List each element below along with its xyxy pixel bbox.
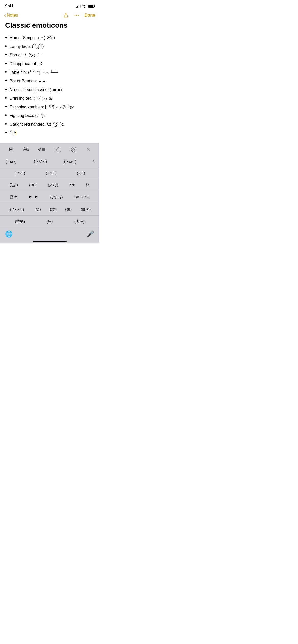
kaomoji-item[interactable]: (／Д`) [46, 182, 60, 188]
list-item: Drinking tea: ( ˘▽˘)っ ♨ [5, 95, 94, 101]
bullet-dot [5, 89, 7, 90]
kaomoji-item[interactable]: (´･ω･) [4, 158, 18, 165]
list-item-text: Disapproval: ಠ_ಠ [10, 61, 44, 67]
markup-icon[interactable] [71, 147, 76, 152]
list-item-text: Escaping zombies: [¬°-°]¬ ~∆(°□°)ᕗ [10, 104, 74, 110]
list-item: Lenny face: ( ͡° ͜ʖ ͡°) [5, 43, 94, 50]
kaomoji-item[interactable]: (苦笑) [13, 218, 26, 225]
back-label: Notes [7, 13, 18, 18]
bullet-dot [5, 114, 7, 116]
svg-point-9 [57, 149, 59, 151]
list-item: ^_^ [5, 130, 94, 136]
kaomoji-item[interactable]: (汗) [45, 218, 54, 225]
home-bar [33, 241, 67, 242]
bullet-dot [5, 54, 7, 55]
kaomoji-item[interactable]: (´Д`) [28, 182, 38, 188]
globe-icon[interactable]: 🌐 [5, 230, 13, 238]
bullet-list: Homer Simpson: ~(_8^(l) Lenny face: ( ͡°… [5, 35, 94, 136]
kaomoji-item[interactable]: (´･ω･`) [63, 158, 78, 165]
kaomoji-item[interactable]: (爆笑) [79, 206, 92, 213]
back-button[interactable]: ‹ Notes [4, 12, 18, 18]
kaomoji-row-2: (･ω･`) (´-ω-`) (´ω`) [0, 167, 99, 179]
kaomoji-item[interactable]: ꒰⌯͒•·̫•⌯͒꒱ [7, 207, 27, 212]
kaomoji-row-1: (´･ω･) (´･∀･`) (´･ω･`) ∧ [0, 156, 99, 167]
list-item: Fighting face: (ง'̀-'́)ง [5, 113, 94, 119]
status-icons [76, 5, 94, 8]
done-button[interactable]: Done [85, 13, 96, 18]
kaomoji-row-6: (苦笑) (汗) (大汗) [0, 216, 99, 228]
list-item-text: Bat or Batman: ▲▲ [10, 78, 46, 84]
kaomoji-item[interactable]: (笑) [33, 206, 43, 213]
keyboard-bottom-row: 🌐 🎤 [0, 228, 99, 239]
kaomoji-item[interactable]: ;:(n´～`n);: [73, 194, 91, 200]
wifi-icon [82, 5, 86, 8]
list-item-text: Caught red handed: ᕦ( ͡° ͜ʖ ͡°)ᕤ [10, 121, 65, 127]
chevron-left-icon: ‹ [4, 12, 6, 18]
kaomoji-item[interactable]: (泣) [48, 206, 58, 213]
kaomoji-item[interactable]: (´ω`) [75, 170, 87, 176]
signal-bars-icon [76, 5, 81, 8]
nav-actions: Done [63, 12, 96, 18]
list-item-text: Lenny face: ( ͡° ͜ʖ ͡°) [10, 43, 44, 50]
bullet-dot [5, 37, 7, 38]
home-indicator [0, 239, 99, 243]
kaomoji-item[interactable]: (c"з,_з) [49, 194, 64, 200]
chevron-up-icon[interactable]: ∧ [92, 159, 95, 164]
list-item: Escaping zombies: [¬°-°]¬ ~∆(°□°)ᕗ [5, 104, 94, 110]
kaomoji-item[interactable]: 囧rz [8, 194, 19, 201]
kaomoji-keyboard: (´･ω･) (´･∀･`) (´･ω･`) ∧ (･ω･`) (´-ω-`) … [0, 156, 99, 243]
keyboard-toolbar: ⊞ Aa ✕ [0, 143, 99, 156]
table-icon[interactable]: ⊞ [9, 146, 13, 153]
bullet-dot [5, 132, 7, 133]
svg-point-3 [78, 15, 79, 16]
microphone-icon[interactable]: 🎤 [87, 230, 94, 238]
kaomoji-item[interactable]: (´-ω-`) [44, 170, 58, 176]
list-item: Disapproval: ಠ_ಠ [5, 61, 94, 67]
svg-point-10 [71, 147, 76, 152]
list-item: Homer Simpson: ~(_8^(l) [5, 35, 94, 41]
list-item: Caught red handed: ᕦ( ͡° ͜ʖ ͡°)ᕤ [5, 121, 94, 127]
kaomoji-item[interactable]: 囧 [84, 182, 91, 188]
kaomoji-item[interactable]: (´△`) [8, 182, 19, 188]
text-cursor [16, 131, 16, 135]
list-item-text: ^_^ [10, 130, 16, 136]
bullet-dot [5, 80, 7, 81]
list-item-text: Drinking tea: ( ˘▽˘)っ ♨ [10, 95, 52, 101]
battery-icon [88, 5, 94, 8]
status-bar: 9:41 [0, 0, 99, 10]
close-icon[interactable]: ✕ [86, 146, 90, 152]
bullet-dot [5, 63, 7, 64]
text-format-icon[interactable]: Aa [23, 147, 29, 152]
list-item-text: Fighting face: (ง'̀-'́)ง [10, 113, 45, 119]
svg-point-2 [76, 15, 77, 16]
share-icon[interactable] [63, 12, 69, 18]
bullet-dot [5, 123, 7, 125]
checklist-icon[interactable] [38, 147, 45, 152]
kaomoji-item[interactable]: ಠ_ಠ [27, 194, 40, 200]
kaomoji-item[interactable]: (´･∀･`) [32, 158, 48, 165]
nav-bar: ‹ Notes Done [0, 10, 99, 21]
note-title: Classic emoticons [5, 21, 94, 30]
status-time: 9:41 [5, 4, 14, 9]
list-item-text: Shrug: ¯\_(ツ)_/¯ [10, 52, 41, 58]
bullet-dot [5, 97, 7, 99]
bullet-dot [5, 45, 7, 47]
kaomoji-item[interactable]: (大汗) [73, 218, 86, 225]
kaomoji-item[interactable]: (･ω･`) [13, 170, 27, 176]
list-item: No-smile sunglasses: (¬■_■) [5, 87, 94, 93]
list-item: Bat or Batman: ▲▲ [5, 78, 94, 84]
bullet-dot [5, 106, 7, 107]
list-item-text: No-smile sunglasses: (¬■_■) [10, 87, 62, 93]
camera-icon[interactable] [55, 147, 61, 152]
bullet-dot [5, 71, 7, 73]
more-icon[interactable] [74, 12, 79, 18]
kaomoji-row-4: 囧rz ಠ_ಠ (c"з,_з) ;:(n´～`n);: [0, 191, 99, 203]
list-item-text: Homer Simpson: ~(_8^(l) [10, 35, 55, 41]
svg-point-1 [74, 15, 75, 16]
note-content: Classic emoticons Homer Simpson: ~(_8^(l… [0, 21, 99, 143]
list-item: Table flip: (╯ °□°）╯︵ ┻━┻ [5, 69, 94, 76]
kaomoji-item[interactable]: orz [68, 182, 76, 188]
kaomoji-row-3: (´△`) (´Д`) (／Д`) orz 囧 [0, 179, 99, 191]
list-item-text: Table flip: (╯ °□°）╯︵ ┻━┻ [10, 69, 58, 76]
kaomoji-item[interactable]: (爆) [64, 206, 73, 213]
